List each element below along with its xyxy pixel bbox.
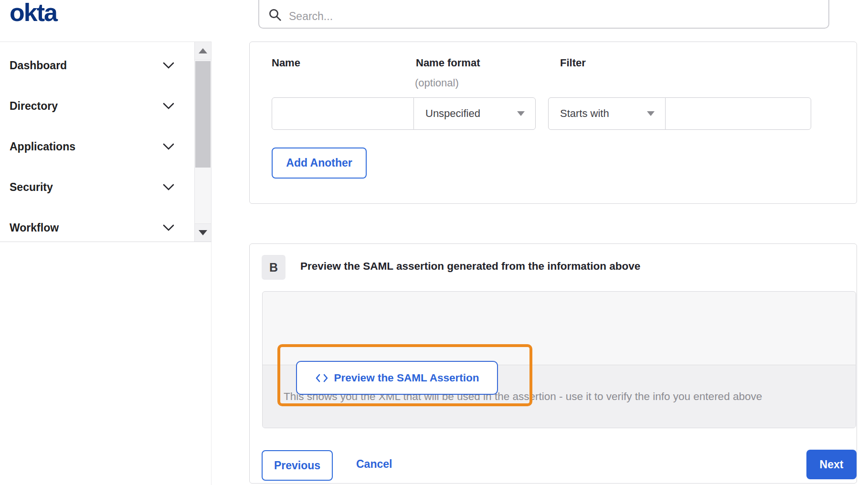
chevron-down-icon bbox=[163, 184, 174, 191]
name-column-label: Name bbox=[272, 57, 300, 69]
next-button[interactable]: Next bbox=[806, 450, 857, 479]
select-caret-icon bbox=[517, 111, 525, 116]
search-icon bbox=[268, 8, 282, 22]
name-format-optional-label: (optional) bbox=[415, 77, 459, 89]
attribute-statements-panel: Name Name format (optional) Filter Unspe… bbox=[249, 42, 857, 204]
search-input[interactable] bbox=[289, 10, 820, 23]
scroll-up-button[interactable] bbox=[195, 42, 211, 60]
sidebar-item-label: Applications bbox=[10, 140, 75, 153]
filter-type-select[interactable]: Starts with bbox=[548, 97, 666, 130]
sidebar-menu-list: Dashboard Directory Applications Securit… bbox=[0, 45, 195, 248]
add-another-button[interactable]: Add Another bbox=[272, 148, 367, 179]
chevron-down-icon bbox=[163, 62, 174, 69]
preview-section-heading: Preview the SAML assertion generated fro… bbox=[300, 260, 640, 273]
sidebar-item-label: Security bbox=[10, 181, 53, 194]
scroll-up-icon bbox=[199, 48, 207, 53]
okta-admin-app: okta Dashboard Directory Applications Se bbox=[0, 0, 868, 485]
sidebar-scrollbar[interactable] bbox=[194, 42, 211, 242]
sidebar-item-dashboard[interactable]: Dashboard bbox=[0, 45, 195, 86]
sidebar-item-label: Dashboard bbox=[10, 59, 67, 72]
code-icon bbox=[315, 373, 328, 383]
saml-preview-panel: B Preview the SAML assertion generated f… bbox=[249, 243, 857, 484]
filter-type-selected-value: Starts with bbox=[560, 107, 609, 120]
cancel-button[interactable]: Cancel bbox=[356, 458, 392, 471]
preview-saml-assertion-button[interactable]: Preview the SAML Assertion bbox=[296, 361, 498, 395]
scroll-down-icon bbox=[199, 230, 207, 235]
attribute-name-input[interactable] bbox=[272, 97, 414, 130]
step-b-badge: B bbox=[262, 255, 286, 280]
name-format-column-label: Name format bbox=[416, 57, 480, 69]
sidebar-nav: Dashboard Directory Applications Securit… bbox=[0, 42, 212, 242]
name-format-select[interactable]: Unspecified bbox=[413, 97, 536, 130]
preview-button-label: Preview the SAML Assertion bbox=[334, 372, 479, 384]
okta-logo: okta bbox=[10, 0, 57, 27]
scroll-down-button[interactable] bbox=[195, 223, 211, 242]
name-format-selected-value: Unspecified bbox=[425, 107, 480, 120]
filter-value-input[interactable] bbox=[665, 97, 811, 130]
upgrade-promo-panel: i Thanks for trying the Okta Starter pla… bbox=[0, 242, 212, 485]
sidebar-item-applications[interactable]: Applications bbox=[0, 127, 195, 167]
filter-column-label: Filter bbox=[560, 57, 586, 69]
sidebar-item-label: Directory bbox=[10, 100, 58, 113]
select-caret-icon bbox=[647, 111, 655, 116]
chevron-down-icon bbox=[163, 224, 174, 232]
sidebar-item-directory[interactable]: Directory bbox=[0, 86, 195, 127]
preview-assertion-box: This shows you the XML that will be used… bbox=[262, 291, 856, 428]
previous-button[interactable]: Previous bbox=[262, 450, 333, 481]
chevron-down-icon bbox=[163, 103, 174, 110]
sidebar-item-label: Workflow bbox=[10, 221, 59, 234]
scrollbar-thumb[interactable] bbox=[195, 61, 211, 168]
sidebar-item-security[interactable]: Security bbox=[0, 167, 195, 208]
chevron-down-icon bbox=[163, 143, 174, 150]
global-search[interactable] bbox=[258, 0, 829, 29]
